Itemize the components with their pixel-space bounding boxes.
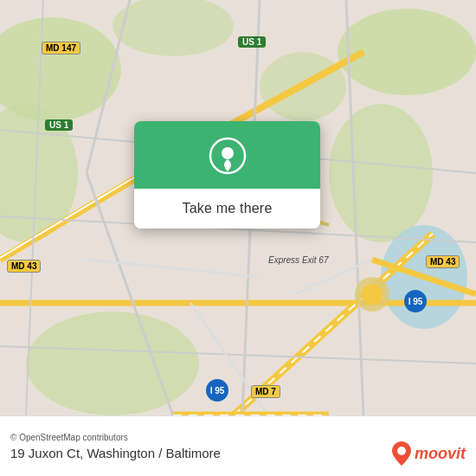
us1-top-label: US 1 xyxy=(238,36,266,48)
take-me-there-card[interactable]: Take me there xyxy=(134,121,320,228)
svg-point-34 xyxy=(397,447,406,455)
svg-point-5 xyxy=(329,104,433,242)
card-green-header xyxy=(134,121,320,189)
md7-label: MD 7 xyxy=(251,385,280,398)
bottom-bar: © OpenStreetMap contributors 19 Juxon Ct… xyxy=(0,415,476,476)
md147-label: MD 147 xyxy=(42,42,80,55)
svg-point-33 xyxy=(222,147,234,159)
moovit-icon xyxy=(392,441,411,466)
map-container: MD 147 US 1 US 1 MD 43 MD 43 I 95 I 95 M… xyxy=(0,0,476,476)
attribution-text: © OpenStreetMap contributors xyxy=(10,433,466,442)
moovit-text: moovit xyxy=(415,445,466,463)
take-me-there-button[interactable]: Take me there xyxy=(134,189,320,228)
location-pin-icon xyxy=(209,137,247,175)
moovit-logo: moovit xyxy=(392,441,466,466)
express-exit-label: Express Exit 67 xyxy=(268,255,328,265)
svg-point-3 xyxy=(26,312,199,415)
md43-right-label: MD 43 xyxy=(426,255,460,268)
us1-left-label: US 1 xyxy=(45,119,73,131)
svg-point-31 xyxy=(362,284,383,305)
md43-left-label: MD 43 xyxy=(7,260,41,273)
i95-bottom-label: I 95 xyxy=(206,379,228,402)
i95-right-label: I 95 xyxy=(404,290,427,312)
